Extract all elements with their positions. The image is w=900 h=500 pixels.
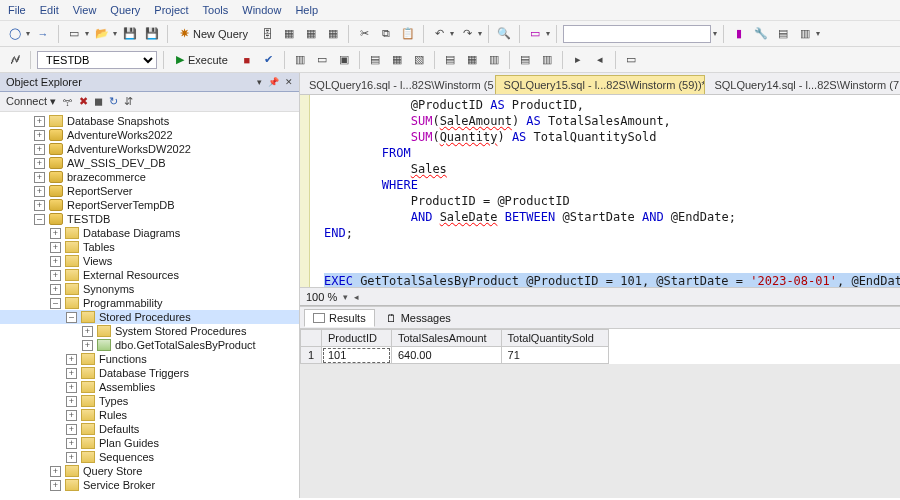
tree-node-db[interactable]: +ReportServer bbox=[0, 184, 299, 198]
messages-tab[interactable]: 🗒 Messages bbox=[377, 309, 460, 327]
col-header[interactable]: TotalSalesAmount bbox=[391, 330, 501, 347]
dropdown-caret-icon[interactable]: ▾ bbox=[26, 29, 30, 38]
scroll-left-icon[interactable]: ◂ bbox=[354, 292, 359, 302]
tree-node-stored-procedures[interactable]: –Stored Procedures bbox=[0, 310, 299, 324]
editor-content[interactable]: @ProductID AS ProductID, SUM(SaleAmount)… bbox=[310, 95, 900, 287]
tree-node-folder[interactable]: +Views bbox=[0, 254, 299, 268]
tree-node-folder[interactable]: +Functions bbox=[0, 352, 299, 366]
database-selector[interactable]: TESTDB bbox=[37, 51, 157, 69]
tree-node-folder[interactable]: +Defaults bbox=[0, 422, 299, 436]
client-stats-icon[interactable]: ▧ bbox=[410, 51, 428, 69]
refresh-icon[interactable]: ↻ bbox=[109, 95, 118, 108]
activity-monitor-icon[interactable]: ▭ bbox=[526, 25, 544, 43]
dropdown-caret-icon[interactable]: ▾ bbox=[450, 29, 454, 38]
live-stats-icon[interactable]: ▦ bbox=[388, 51, 406, 69]
display-plan-icon[interactable]: ▥ bbox=[291, 51, 309, 69]
tree-node-db[interactable]: +AdventureWorksDW2022 bbox=[0, 142, 299, 156]
row-number[interactable]: 1 bbox=[301, 347, 322, 364]
change-connection-icon[interactable]: 🗲 bbox=[6, 51, 24, 69]
dropdown-caret-icon[interactable]: ▾ bbox=[113, 29, 117, 38]
results-to-grid-icon[interactable]: ▦ bbox=[463, 51, 481, 69]
find-icon[interactable]: 🔍 bbox=[495, 25, 513, 43]
include-actual-plan-icon[interactable]: ▤ bbox=[366, 51, 384, 69]
new-item-icon[interactable]: ▭ bbox=[65, 25, 83, 43]
stop-icon[interactable]: ◼ bbox=[94, 95, 103, 108]
filter-icon[interactable]: 🝖 bbox=[62, 96, 73, 108]
disconnect-icon[interactable]: ✖ bbox=[79, 95, 88, 108]
template-icon[interactable]: ▥ bbox=[796, 25, 814, 43]
menu-view[interactable]: View bbox=[73, 4, 97, 16]
tree-node-folder[interactable]: +External Resources bbox=[0, 268, 299, 282]
cell[interactable]: 101 bbox=[322, 347, 392, 364]
col-header[interactable]: ProductID bbox=[322, 330, 392, 347]
zoom-level[interactable]: 100 % bbox=[306, 291, 337, 303]
xmla-query-icon[interactable]: ▦ bbox=[324, 25, 342, 43]
result-row[interactable]: 1 101 640.00 71 bbox=[301, 347, 609, 364]
cell[interactable]: 71 bbox=[501, 347, 608, 364]
outdent-icon[interactable]: ◂ bbox=[591, 51, 609, 69]
menu-file[interactable]: File bbox=[8, 4, 26, 16]
tree-node-folder[interactable]: +Query Store bbox=[0, 464, 299, 478]
intellisense-icon[interactable]: ▣ bbox=[335, 51, 353, 69]
tree-node-db[interactable]: +AW_SSIS_DEV_DB bbox=[0, 156, 299, 170]
results-tab[interactable]: Results bbox=[304, 309, 375, 327]
save-all-icon[interactable]: 💾 bbox=[143, 25, 161, 43]
tree-node-folder[interactable]: +Sequences bbox=[0, 450, 299, 464]
tree-node-folder[interactable]: +Service Broker bbox=[0, 478, 299, 492]
editor-tab[interactable]: SQLQuery16.sql - l...82S\Winstorm (58)) bbox=[300, 75, 495, 94]
indent-icon[interactable]: ▸ bbox=[569, 51, 587, 69]
menu-window[interactable]: Window bbox=[242, 4, 281, 16]
nav-back-icon[interactable]: ◯ bbox=[6, 25, 24, 43]
dropdown-icon[interactable]: ▾ bbox=[257, 77, 262, 87]
menu-query[interactable]: Query bbox=[110, 4, 140, 16]
dropdown-caret-icon[interactable]: ▾ bbox=[546, 29, 550, 38]
menu-help[interactable]: Help bbox=[295, 4, 318, 16]
results-to-file-icon[interactable]: ▥ bbox=[485, 51, 503, 69]
tree-node-folder[interactable]: +Assemblies bbox=[0, 380, 299, 394]
dropdown-caret-icon[interactable]: ▾ bbox=[85, 29, 89, 38]
dropdown-caret-icon[interactable]: ▾ bbox=[816, 29, 820, 38]
mdx-query-icon[interactable]: ▦ bbox=[280, 25, 298, 43]
dmx-query-icon[interactable]: ▦ bbox=[302, 25, 320, 43]
save-icon[interactable]: 💾 bbox=[121, 25, 139, 43]
query-options-icon[interactable]: ▭ bbox=[313, 51, 331, 69]
new-query-button[interactable]: ✷ New Query bbox=[174, 26, 254, 41]
dropdown-caret-icon[interactable]: ▾ bbox=[478, 29, 482, 38]
tree-node-sp-item[interactable]: +dbo.GetTotalSalesByProduct bbox=[0, 338, 299, 352]
close-icon[interactable]: ✕ bbox=[285, 77, 293, 87]
sql-editor[interactable]: @ProductID AS ProductID, SUM(SaleAmount)… bbox=[300, 95, 900, 287]
parse-icon[interactable]: ✔ bbox=[260, 51, 278, 69]
db-engine-query-icon[interactable]: 🗄 bbox=[258, 25, 276, 43]
row-header-blank[interactable] bbox=[301, 330, 322, 347]
cut-icon[interactable]: ✂ bbox=[355, 25, 373, 43]
tree-node-folder[interactable]: +Rules bbox=[0, 408, 299, 422]
copy-icon[interactable]: ⧉ bbox=[377, 25, 395, 43]
undo-icon[interactable]: ↶ bbox=[430, 25, 448, 43]
specify-values-icon[interactable]: ▭ bbox=[622, 51, 640, 69]
editor-tab-active[interactable]: SQLQuery15.sql - l...82S\Winstorm (59))*… bbox=[495, 75, 706, 94]
quick-launch-input[interactable] bbox=[563, 25, 711, 43]
redo-icon[interactable]: ↷ bbox=[458, 25, 476, 43]
connect-button[interactable]: Connect ▾ bbox=[6, 95, 56, 108]
dropdown-caret-icon[interactable]: ▾ bbox=[343, 292, 348, 302]
results-grid[interactable]: ProductID TotalSalesAmount TotalQuantity… bbox=[300, 328, 900, 364]
menu-tools[interactable]: Tools bbox=[203, 4, 229, 16]
tree-node-database-snapshots[interactable]: +Database Snapshots bbox=[0, 114, 299, 128]
col-header[interactable]: TotalQuantitySold bbox=[501, 330, 608, 347]
properties-icon[interactable]: ▤ bbox=[774, 25, 792, 43]
execute-button[interactable]: ▶ Execute bbox=[170, 52, 234, 67]
tool-icon[interactable]: 🔧 bbox=[752, 25, 770, 43]
tree-node-folder[interactable]: +Tables bbox=[0, 240, 299, 254]
tree-node-folder[interactable]: +Synonyms bbox=[0, 282, 299, 296]
tree-node-db[interactable]: +brazecommerce bbox=[0, 170, 299, 184]
paste-icon[interactable]: 📋 bbox=[399, 25, 417, 43]
sync-icon[interactable]: ⇵ bbox=[124, 95, 133, 108]
cell[interactable]: 640.00 bbox=[391, 347, 501, 364]
tree-node-folder[interactable]: +Plan Guides bbox=[0, 436, 299, 450]
tree-node-db[interactable]: +AdventureWorks2022 bbox=[0, 128, 299, 142]
comment-icon[interactable]: ▤ bbox=[516, 51, 534, 69]
pin-icon[interactable]: 📌 bbox=[268, 77, 279, 87]
results-to-text-icon[interactable]: ▤ bbox=[441, 51, 459, 69]
tree-node-testdb[interactable]: –TESTDB bbox=[0, 212, 299, 226]
nav-fwd-icon[interactable]: → bbox=[34, 25, 52, 43]
